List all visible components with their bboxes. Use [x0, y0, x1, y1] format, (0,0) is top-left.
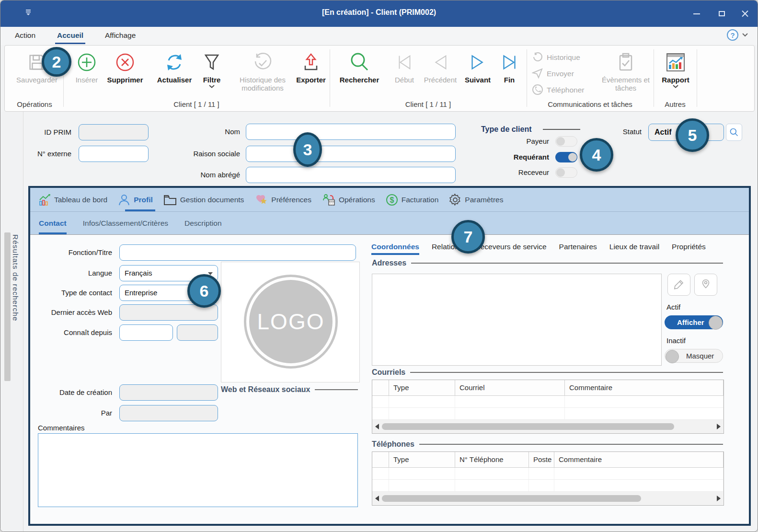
profile-icon	[118, 194, 130, 206]
table-row[interactable]	[372, 408, 724, 420]
export-button[interactable]: Exporter	[292, 49, 330, 97]
adresses-header: Adresses	[372, 259, 723, 267]
phone-button[interactable]: Téléphoner	[532, 83, 584, 96]
rtab-receveurs[interactable]: Receveurs de service	[475, 240, 547, 254]
insert-button[interactable]: Insérer	[72, 49, 102, 97]
search-results-side-tab[interactable]: Résultats de recherche	[0, 112, 23, 532]
nom-field[interactable]	[246, 124, 456, 140]
callout-badge-3: 3	[293, 132, 322, 167]
ribbon-group-label-operations: Opérations	[6, 99, 63, 110]
filter-button[interactable]: Filtre	[196, 49, 227, 97]
rtab-coordonnees[interactable]: Coordonnées	[371, 240, 419, 254]
logo-box: LOGO	[221, 262, 360, 382]
receveur-toggle[interactable]	[555, 167, 577, 178]
table-row[interactable]	[372, 396, 724, 408]
side-tab-bar	[4, 232, 11, 381]
subtab-contact[interactable]: Contact	[39, 212, 67, 234]
tab-parametres[interactable]: Paramètres	[444, 188, 508, 211]
par-field[interactable]	[119, 405, 218, 421]
map-address-button[interactable]	[694, 274, 717, 296]
scroll-left-icon[interactable]	[375, 424, 379, 429]
send-button[interactable]: Envoyer	[532, 67, 574, 80]
connait-depuis-field2[interactable]	[177, 324, 218, 341]
statut-search-button[interactable]	[726, 124, 742, 141]
refresh-button[interactable]: Actualiser	[153, 49, 195, 97]
scroll-thumb[interactable]	[382, 423, 674, 430]
courriels-table-header: Type Courriel Commentaire	[372, 380, 724, 396]
raison-label: Raison sociale	[173, 146, 240, 162]
nav-next-button[interactable]: Suivant	[462, 49, 494, 97]
id-prim-field[interactable]	[79, 124, 149, 140]
maximize-button[interactable]	[711, 0, 733, 27]
nav-first-button[interactable]: Début	[390, 49, 419, 97]
table-row[interactable]	[372, 468, 724, 480]
divider	[654, 49, 654, 107]
telephones-hscrollbar[interactable]	[372, 492, 724, 505]
fonction-field[interactable]	[119, 244, 356, 261]
tab-facturation[interactable]: $ Facturation	[380, 188, 444, 211]
divider	[330, 49, 330, 107]
scroll-thumb[interactable]	[382, 495, 641, 502]
rtab-proprietes[interactable]: Propriétés	[672, 240, 706, 254]
chevron-down-icon[interactable]	[742, 33, 748, 37]
search-button[interactable]: Rechercher	[335, 49, 383, 97]
minimize-button[interactable]	[686, 0, 708, 27]
subtab-description[interactable]: Description	[184, 212, 222, 234]
history-modifications-button[interactable]: Historique des modifications	[233, 49, 292, 97]
coordonnees-tabs: Coordonnées Relations Receveurs de servi…	[371, 240, 706, 254]
nom-label: Nom	[173, 124, 240, 140]
subtab-infos[interactable]: Infos/Classement/Critères	[83, 212, 168, 234]
courriels-table[interactable]: Type Courriel Commentaire	[372, 380, 724, 434]
afficher-toggle[interactable]: Afficher	[665, 315, 723, 329]
nav-previous-button[interactable]: Précédent	[419, 49, 462, 97]
requerant-toggle[interactable]	[555, 152, 577, 162]
menu-tab-accueil[interactable]: Accueil	[54, 27, 86, 45]
edit-address-button[interactable]	[667, 274, 690, 296]
tab-gestion-documents[interactable]: Gestion documents	[158, 188, 250, 211]
courriels-hscrollbar[interactable]	[372, 420, 724, 433]
commentaires-textarea[interactable]	[38, 433, 358, 507]
telephones-table[interactable]: Type N° Téléphone Poste Commentaire	[372, 451, 724, 506]
close-button[interactable]	[734, 0, 756, 27]
callout-badge-5: 5	[676, 118, 709, 152]
events-tasks-button[interactable]: Évènements et tâches	[599, 49, 653, 97]
history-button[interactable]: Historique	[532, 50, 580, 64]
raison-field[interactable]	[246, 146, 456, 162]
requerant-label: Requérant	[482, 149, 549, 165]
tab-operations[interactable]: Opérations	[317, 188, 380, 211]
delete-button[interactable]: Supprimer	[103, 49, 148, 97]
table-row[interactable]	[372, 480, 724, 492]
report-button[interactable]: Rapport	[656, 49, 695, 97]
titlebar: [En création] - Client (PRIM002)	[0, 0, 758, 27]
abrege-field[interactable]	[246, 167, 456, 183]
scroll-right-icon[interactable]	[717, 496, 721, 501]
menu-tab-action[interactable]: Action	[12, 27, 38, 45]
nav-last-button[interactable]: Fin	[496, 49, 522, 97]
tab-preferences[interactable]: Préférences	[249, 188, 317, 211]
fonction-label: Fonction/Titre	[40, 244, 112, 261]
tab-label: Opérations	[339, 196, 375, 204]
externe-field[interactable]	[79, 146, 149, 162]
rtab-partenaires[interactable]: Partenaires	[559, 240, 597, 254]
connait-depuis-field[interactable]	[119, 324, 173, 341]
dashboard-icon	[38, 194, 51, 206]
help-icon[interactable]: ?	[727, 29, 738, 41]
scroll-right-icon[interactable]	[717, 424, 721, 429]
tab-label: Profil	[134, 196, 153, 204]
date-creation-label: Date de création	[40, 384, 112, 401]
report-icon	[664, 49, 687, 76]
date-creation-field[interactable]	[119, 384, 218, 401]
adresses-list[interactable]	[372, 274, 662, 366]
ribbon: Sauvegarder Opérations Insérer Supprimer…	[4, 45, 755, 112]
scroll-left-icon[interactable]	[375, 496, 379, 501]
section-line	[543, 129, 580, 130]
inactif-label: Inactif	[666, 336, 686, 345]
tab-tableau-de-bord[interactable]: Tableau de bord	[33, 188, 113, 211]
masquer-toggle[interactable]: Masquer	[665, 349, 723, 363]
payeur-toggle[interactable]	[555, 136, 577, 147]
tab-profil[interactable]: Profil	[113, 188, 158, 211]
menu-tab-affichage[interactable]: Affichage	[102, 27, 138, 45]
refresh-icon	[163, 49, 186, 76]
rtab-lieux[interactable]: Lieux de travail	[609, 240, 659, 254]
edit-pencil-icon	[673, 278, 685, 291]
